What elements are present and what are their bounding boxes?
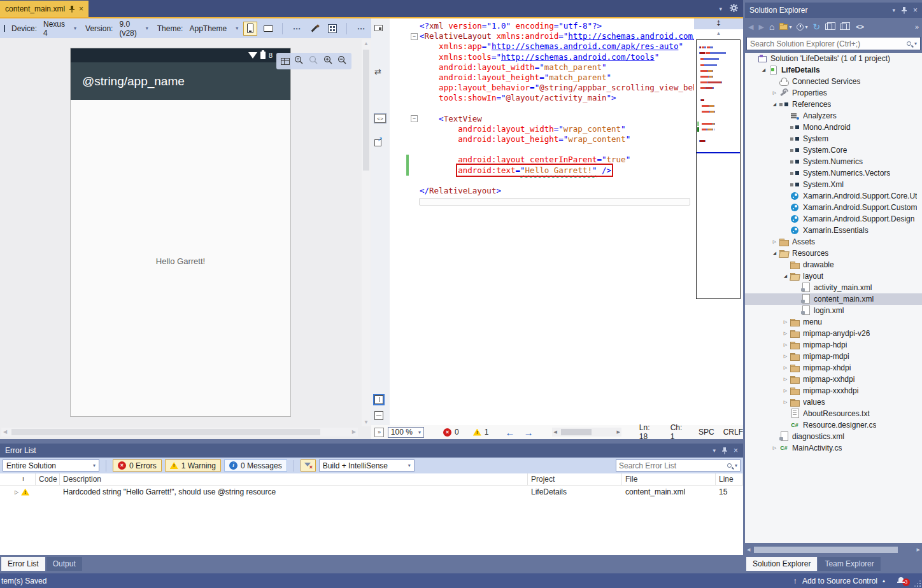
messages-filter-button[interactable]: 0 Messages (224, 459, 287, 472)
resize-grip[interactable] (914, 580, 921, 587)
toolbar-overflow-icon[interactable]: » (915, 23, 919, 31)
zoom-fit-icon[interactable] (294, 55, 304, 67)
tree-item-diagnostics-xml[interactable]: diagnostics.xml (745, 431, 922, 442)
collapsed-arrow-icon[interactable]: ▷ (781, 365, 790, 370)
minimap-content[interactable] (696, 39, 741, 299)
scrollbar-thumb[interactable] (11, 429, 320, 435)
tree-item-lifedetails[interactable]: ◢LifeDetails (745, 64, 922, 76)
window-menu-chevron-icon[interactable]: ▾ (892, 7, 895, 13)
errors-filter-button[interactable]: 0 Errors (113, 459, 162, 472)
close-icon[interactable]: × (734, 446, 738, 455)
solution-explorer-horizontal-scrollbar[interactable]: ◀ ▶ (745, 545, 922, 554)
tree-item-mono-android[interactable]: Mono.Android (745, 122, 922, 133)
tree-item-login-xml[interactable]: login.xml (745, 305, 922, 316)
theme-dropdown[interactable]: AppTheme ▾ (187, 23, 241, 34)
more-options-button[interactable]: ⋯ (290, 22, 304, 36)
project-column-header[interactable]: Project (528, 473, 622, 485)
chevron-up-icon[interactable]: ▴ (883, 578, 885, 584)
scrollbar-thumb[interactable] (561, 429, 592, 435)
scrollbar-thumb[interactable] (754, 547, 898, 553)
fold-marker-icon[interactable]: − (411, 115, 418, 122)
code-line[interactable]: −<RelativeLayout xmlns:android="http://s… (390, 31, 694, 41)
solution-explorer-search-box[interactable]: ▾ (746, 37, 921, 50)
pin-icon[interactable] (721, 447, 728, 454)
code-line[interactable]: tools:showIn="@layout/activity_main"> (390, 93, 694, 103)
landscape-orientation-button[interactable] (261, 22, 275, 36)
tree-item-connected-services[interactable]: Connected Services (745, 76, 922, 87)
code-line[interactable]: app:layout_behavior="@string/appbar_scro… (390, 83, 694, 93)
android-device-preview[interactable]: 8 @string/app_name Hello Garrett! (70, 48, 291, 417)
scroll-left-icon[interactable]: ◀ (3, 429, 7, 435)
error-list-title-bar[interactable]: Error List ▾ × (0, 444, 743, 458)
expanded-arrow-icon[interactable]: ◢ (781, 274, 790, 279)
collapsed-arrow-icon[interactable]: ▷ (781, 319, 790, 325)
expanded-arrow-icon[interactable]: ◢ (770, 251, 779, 256)
close-icon[interactable]: × (913, 6, 918, 15)
code-line[interactable]: <?xml version="1.0" encoding="utf-8"?> (390, 21, 694, 31)
window-list-chevron-icon[interactable]: ▾ (719, 6, 722, 12)
code-line[interactable] (390, 176, 694, 186)
splitter-handle-icon[interactable]: ‡ (694, 18, 743, 29)
scroll-up-icon[interactable]: ▲ (362, 41, 371, 46)
zoom-actual-size-icon[interactable] (309, 55, 318, 67)
collapsed-arrow-icon[interactable]: ▷ (781, 342, 790, 347)
scroll-right-icon[interactable]: ▶ (352, 429, 356, 435)
code-line[interactable]: android:layout_centerInParent="true" (390, 155, 694, 165)
code-line[interactable] (390, 104, 694, 114)
tree-item-analyzers[interactable]: Analyzers (745, 110, 922, 122)
tree-item-system[interactable]: System (745, 133, 922, 144)
editor-error-indicator[interactable]: 0 (443, 428, 459, 437)
tree-item-xamarin-android-support-core-ut[interactable]: Xamarin.Android.Support.Core.Ut (745, 190, 922, 202)
portrait-orientation-button[interactable] (243, 22, 257, 36)
navigate-forward-icon[interactable]: → (523, 427, 533, 438)
tree-item-xamarin-android-support-custom[interactable]: Xamarin.Android.Support.Custom (745, 202, 922, 213)
tree-item-resources[interactable]: ◢Resources (745, 248, 922, 259)
code-column-header[interactable]: Code (36, 473, 60, 485)
editor-options-chevron-icon[interactable]: » (374, 428, 384, 437)
swap-panes-button[interactable] (374, 25, 383, 31)
file-column-header[interactable]: File (622, 473, 716, 485)
code-line[interactable]: android:layout_width="match_parent" (390, 62, 694, 73)
tree-item-aboutresources-txt[interactable]: AboutResources.txt (745, 408, 922, 419)
theme-editor-button[interactable] (308, 22, 322, 36)
editor-minimap[interactable]: ‡ ▲ (694, 18, 743, 425)
editor-horizontal-scrollbar[interactable]: ◀ ▶ (552, 428, 621, 437)
search-input[interactable] (750, 39, 907, 48)
warnings-filter-button[interactable]: 1 Warning (165, 459, 221, 472)
tree-item-activity-main-xml[interactable]: activity_main.xml (745, 282, 922, 293)
pin-icon[interactable] (901, 7, 907, 14)
designer-horizontal-scrollbar[interactable]: ◀ ▶ (1, 428, 358, 437)
switch-views-button[interactable]: ▾ (779, 24, 791, 30)
tree-item-solution-lifedetails-1-of-1-project[interactable]: Solution 'LifeDetails' (1 of 1 project) (745, 53, 922, 64)
code-line[interactable]: android:layout_width="wrap_content" (390, 124, 694, 134)
tree-item-values[interactable]: ▷values (745, 396, 922, 408)
code-line[interactable]: android:layout_height="wrap_content" (390, 134, 694, 144)
horizontal-split-button[interactable] (374, 411, 383, 420)
tree-item-system-numerics-vectors[interactable]: System.Numerics.Vectors (745, 167, 922, 179)
tree-item-mipmap-hdpi[interactable]: ▷mipmap-hdpi (745, 339, 922, 351)
clear-filters-button[interactable] (301, 459, 316, 472)
tab-output[interactable]: Output (46, 557, 82, 571)
document-tab-content-main[interactable]: content_main.xml × (0, 1, 89, 17)
collapsed-arrow-icon[interactable]: ▷ (781, 400, 790, 405)
tree-item-mipmap-anydpi-v26[interactable]: ▷mipmap-anydpi-v26 (745, 328, 922, 339)
tree-item-content-main-xml[interactable]: content_main.xml (745, 293, 922, 305)
scope-filter-dropdown[interactable]: Entire Solution ▾ (3, 459, 99, 472)
tree-item-mipmap-xxxhdpi[interactable]: ▷mipmap-xxxhdpi (745, 385, 922, 396)
code-line[interactable] (390, 144, 694, 155)
code-line[interactable]: xmlns:app="http://schemas.android.com/ap… (390, 41, 694, 52)
tree-item-mainactivity-cs[interactable]: ▷MainActivity.cs (745, 442, 922, 454)
error-list-search-box[interactable]: ▾ (616, 459, 741, 472)
chevron-down-icon[interactable]: ▾ (914, 41, 917, 46)
tree-item-mipmap-xhdpi[interactable]: ▷mipmap-xhdpi (745, 362, 922, 374)
scroll-left-icon[interactable]: ◀ (553, 430, 557, 435)
designer-vertical-scrollbar[interactable]: ▲ ▼ (362, 39, 371, 426)
space-mode-indicator[interactable]: SPC (699, 428, 714, 437)
code-line[interactable]: </RelativeLayout> (390, 186, 694, 196)
refresh-icon[interactable]: ↻ (812, 22, 820, 32)
device-dropdown[interactable]: Nexus 4 ▾ (41, 18, 79, 39)
forward-icon[interactable]: ▶ (758, 23, 763, 31)
scroll-right-icon[interactable]: ▶ (917, 547, 920, 552)
grid-toggle-button[interactable] (325, 22, 339, 36)
editor-zoom-dropdown[interactable]: 100 % ▾ (388, 427, 424, 438)
